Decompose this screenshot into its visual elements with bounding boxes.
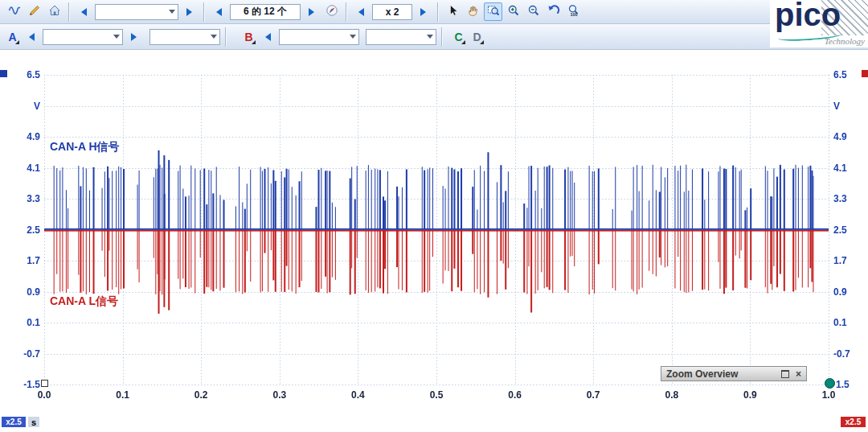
popout-button[interactable]	[779, 368, 791, 379]
x-axis-tick: 0.4	[351, 389, 365, 401]
zoom-in-tool-button[interactable]	[504, 2, 522, 21]
channel-a-next-range-button[interactable]	[125, 27, 143, 46]
y-axis-tick-right: 6.5	[833, 69, 864, 80]
cursor-icon	[447, 4, 460, 20]
x-axis-tick: 0.9	[743, 389, 757, 401]
x-axis-tick: 0.2	[194, 389, 208, 401]
logo-sub-text: Technology	[825, 36, 865, 46]
y-axis-tick-right: 3.3	[833, 193, 864, 204]
right-axis-zoom-badge: x2.5	[841, 417, 866, 427]
channel-d-button[interactable]: D	[469, 27, 485, 47]
y-axis-tick-left: 3.3	[10, 193, 40, 204]
zoom-out-tool-button[interactable]	[524, 2, 542, 21]
channel-b-range-dropdown[interactable]	[279, 29, 359, 45]
next-buffer-button[interactable]	[302, 2, 321, 21]
y-axis-tick-right: 0.9	[833, 286, 864, 298]
y-axis-tick-left: V	[10, 101, 40, 112]
next-icon	[309, 8, 314, 16]
zoom-in-icon	[507, 4, 520, 20]
y-axis-tick-left: 0.1	[10, 317, 40, 328]
undo-icon	[547, 4, 560, 20]
x-axis-tick: 0.0	[38, 389, 51, 401]
time-unit-label: s	[28, 417, 39, 427]
channel-a-axis-marker[interactable]	[0, 70, 7, 77]
zoom-factor-box[interactable]: x 2	[372, 4, 412, 20]
zoom-out-step-button[interactable]	[352, 2, 371, 21]
channel-c-button[interactable]: C	[450, 27, 467, 47]
prev-icon	[29, 33, 35, 41]
y-axis-tick-left: 0.9	[10, 286, 40, 298]
channel-a-coupling-dropdown[interactable]	[149, 29, 220, 45]
y-axis-tick-left: -0.7	[10, 348, 40, 360]
y-axis-tick-right: 4.9	[833, 131, 864, 142]
pencil-icon	[28, 4, 41, 20]
logo-brand-text: pico	[775, 0, 841, 33]
cursor-tool-button[interactable]	[444, 2, 462, 21]
popout-icon	[781, 370, 789, 378]
y-axis-tick-left: 4.9	[10, 131, 40, 142]
prev-icon	[216, 8, 222, 16]
prev-icon	[81, 8, 87, 16]
close-button[interactable]: ×	[792, 368, 805, 379]
toolbar-divider	[437, 2, 439, 22]
next-icon	[420, 8, 426, 16]
compass-icon	[326, 4, 338, 20]
home-icon	[48, 4, 61, 20]
home-button[interactable]	[45, 2, 63, 21]
y-axis-tick-right: 1.5	[836, 379, 866, 390]
buffer-index-box[interactable]: 6 的 12 个	[230, 4, 301, 20]
dropdown-caret-icon	[211, 35, 217, 39]
toolbar-divider	[203, 2, 205, 22]
marquee-zoom-tool-button[interactable]	[484, 2, 502, 21]
x-axis-tick: 0.6	[508, 389, 522, 401]
dropdown-caret-icon	[350, 35, 356, 39]
y-axis-tick-right: 1.7	[833, 255, 864, 266]
undo-zoom-button[interactable]	[544, 2, 563, 21]
x-axis-tick: 0.5	[430, 389, 444, 401]
toolbar-main: 6 的 12 个 x 2	[0, 0, 868, 24]
waveform-view-button[interactable]	[5, 2, 23, 21]
dropdown-caret-icon	[427, 35, 433, 39]
right-axis-handle[interactable]	[825, 378, 835, 389]
y-axis-tick-left: 4.1	[10, 163, 40, 174]
x-axis-tick: 0.1	[116, 389, 129, 401]
channel-a-prev-range-button[interactable]	[23, 27, 41, 46]
sine-icon	[8, 4, 21, 20]
zoom-100-icon: 100	[567, 4, 580, 20]
y-axis-tick-left: -1.5	[10, 379, 40, 390]
prev-icon	[358, 8, 364, 16]
y-axis-tick-right: 4.1	[833, 163, 864, 174]
y-axis-tick-left: 2.5	[10, 224, 40, 236]
channel-b-axis-marker[interactable]	[862, 70, 868, 77]
channel-a-range-dropdown[interactable]	[43, 29, 123, 45]
prev-setting-button[interactable]	[75, 2, 93, 21]
next-setting-button[interactable]	[180, 2, 199, 21]
y-axis-tick-right: 2.5	[833, 224, 864, 236]
pan-tool-button[interactable]	[464, 2, 482, 21]
next-icon	[131, 33, 137, 41]
svg-text:100: 100	[570, 12, 577, 17]
toolbar-divider	[346, 2, 347, 22]
prev-buffer-button[interactable]	[210, 2, 228, 21]
zoom-out-icon	[527, 4, 540, 20]
channel-a-button[interactable]: A	[4, 27, 21, 47]
channel-b-button[interactable]: B	[240, 27, 257, 47]
y-axis-tick-left: 6.5	[10, 69, 40, 80]
toolbar-divider	[441, 27, 443, 47]
zoom-in-step-button[interactable]	[414, 2, 432, 21]
dropdown-caret-icon	[169, 10, 175, 14]
left-axis-handle[interactable]	[41, 380, 48, 387]
channel-b-coupling-dropdown[interactable]	[366, 29, 436, 45]
channel-b-prev-range-button[interactable]	[259, 27, 277, 46]
settings-dropdown[interactable]	[95, 4, 178, 20]
series-label-can-l: CAN-A L信号	[50, 294, 118, 309]
y-axis-tick-right: V	[833, 101, 864, 112]
prev-icon	[265, 33, 271, 41]
zoom-100-button[interactable]: 100	[564, 2, 583, 21]
y-axis-tick-right: 0.1	[833, 317, 864, 328]
next-icon	[186, 8, 192, 16]
zoom-overview-panel[interactable]: Zoom Overview ×	[661, 366, 807, 381]
buffer-navigator-button[interactable]	[322, 2, 341, 21]
pencil-tool-button[interactable]	[25, 2, 43, 21]
zoom-overview-title: Zoom Overview	[661, 368, 779, 380]
